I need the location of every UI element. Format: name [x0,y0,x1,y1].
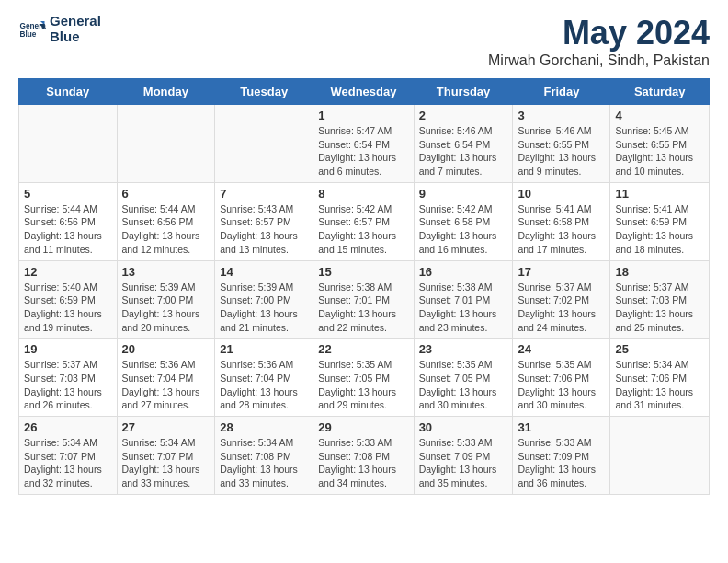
day-info: Sunrise: 5:36 AM Sunset: 7:04 PM Dayligh… [122,358,210,412]
day-number: 9 [419,187,508,201]
day-info: Sunrise: 5:37 AM Sunset: 7:03 PM Dayligh… [615,281,704,335]
col-sunday: Sunday [19,79,118,105]
day-info: Sunrise: 5:37 AM Sunset: 7:02 PM Dayligh… [518,281,605,335]
calendar-cell [117,105,215,183]
header-row: Sunday Monday Tuesday Wednesday Thursday… [19,79,710,105]
calendar-cell: 8Sunrise: 5:42 AM Sunset: 6:57 PM Daylig… [313,182,414,260]
day-info: Sunrise: 5:34 AM Sunset: 7:07 PM Dayligh… [24,436,112,490]
day-info: Sunrise: 5:37 AM Sunset: 7:03 PM Dayligh… [24,358,112,412]
day-number: 21 [220,342,308,356]
day-info: Sunrise: 5:39 AM Sunset: 7:00 PM Dayligh… [122,281,210,335]
calendar-cell: 16Sunrise: 5:38 AM Sunset: 7:01 PM Dayli… [414,260,513,339]
calendar-cell: 27Sunrise: 5:34 AM Sunset: 7:07 PM Dayli… [117,417,215,495]
day-number: 22 [318,342,408,356]
calendar-cell: 23Sunrise: 5:35 AM Sunset: 7:05 PM Dayli… [414,339,513,417]
calendar-cell: 17Sunrise: 5:37 AM Sunset: 7:02 PM Dayli… [513,260,610,339]
calendar-cell: 5Sunrise: 5:44 AM Sunset: 6:56 PM Daylig… [19,182,118,260]
calendar-cell: 11Sunrise: 5:41 AM Sunset: 6:59 PM Dayli… [610,182,710,260]
day-number: 24 [518,342,605,356]
day-info: Sunrise: 5:40 AM Sunset: 6:59 PM Dayligh… [24,281,112,335]
calendar-cell: 19Sunrise: 5:37 AM Sunset: 7:03 PM Dayli… [19,339,118,417]
day-number: 16 [419,265,508,279]
title-block: May 2024 Mirwah Gorchani, Sindh, Pakista… [488,14,710,69]
day-info: Sunrise: 5:33 AM Sunset: 7:08 PM Dayligh… [318,436,408,490]
day-number: 26 [24,420,112,434]
location-subtitle: Mirwah Gorchani, Sindh, Pakistan [488,52,710,69]
month-title: May 2024 [488,14,710,52]
day-info: Sunrise: 5:42 AM Sunset: 6:57 PM Dayligh… [318,202,408,257]
day-number: 2 [419,109,508,122]
calendar-cell: 1Sunrise: 5:47 AM Sunset: 6:54 PM Daylig… [313,105,414,183]
logo: General Blue General Blue [18,14,101,44]
col-saturday: Saturday [610,79,710,105]
day-number: 4 [615,109,704,122]
day-info: Sunrise: 5:35 AM Sunset: 7:05 PM Dayligh… [318,358,408,412]
calendar-cell: 18Sunrise: 5:37 AM Sunset: 7:03 PM Dayli… [610,260,710,339]
day-info: Sunrise: 5:33 AM Sunset: 7:09 PM Dayligh… [419,436,508,490]
calendar-week-2: 5Sunrise: 5:44 AM Sunset: 6:56 PM Daylig… [19,182,710,260]
day-number: 10 [518,187,605,201]
calendar-cell: 21Sunrise: 5:36 AM Sunset: 7:04 PM Dayli… [215,339,313,417]
day-info: Sunrise: 5:34 AM Sunset: 7:08 PM Dayligh… [220,436,308,490]
day-info: Sunrise: 5:46 AM Sunset: 6:54 PM Dayligh… [419,124,508,178]
calendar-cell [19,105,118,183]
calendar-cell [215,105,313,183]
day-number: 17 [518,265,605,279]
day-number: 20 [122,342,210,356]
day-number: 14 [220,265,308,279]
col-tuesday: Tuesday [215,79,313,105]
header: General Blue General Blue May 2024 Mirwa… [18,14,710,69]
calendar-cell: 9Sunrise: 5:42 AM Sunset: 6:58 PM Daylig… [414,182,513,260]
calendar-body: 1Sunrise: 5:47 AM Sunset: 6:54 PM Daylig… [19,105,710,495]
day-info: Sunrise: 5:36 AM Sunset: 7:04 PM Dayligh… [220,358,308,412]
day-info: Sunrise: 5:44 AM Sunset: 6:56 PM Dayligh… [24,202,112,257]
calendar-cell: 30Sunrise: 5:33 AM Sunset: 7:09 PM Dayli… [414,417,513,495]
day-number: 13 [122,265,210,279]
day-number: 6 [122,187,210,201]
day-info: Sunrise: 5:47 AM Sunset: 6:54 PM Dayligh… [318,124,408,178]
day-number: 18 [615,265,704,279]
day-number: 27 [122,420,210,434]
calendar-cell: 13Sunrise: 5:39 AM Sunset: 7:00 PM Dayli… [117,260,215,339]
calendar-cell: 20Sunrise: 5:36 AM Sunset: 7:04 PM Dayli… [117,339,215,417]
calendar-week-5: 26Sunrise: 5:34 AM Sunset: 7:07 PM Dayli… [19,417,710,495]
day-number: 25 [615,342,704,356]
svg-text:Blue: Blue [20,29,37,38]
calendar-week-3: 12Sunrise: 5:40 AM Sunset: 6:59 PM Dayli… [19,260,710,339]
day-number: 1 [318,109,408,122]
day-info: Sunrise: 5:42 AM Sunset: 6:58 PM Dayligh… [419,202,508,257]
calendar-cell: 14Sunrise: 5:39 AM Sunset: 7:00 PM Dayli… [215,260,313,339]
day-info: Sunrise: 5:44 AM Sunset: 6:56 PM Dayligh… [122,202,210,257]
calendar-cell: 29Sunrise: 5:33 AM Sunset: 7:08 PM Dayli… [313,417,414,495]
calendar-cell: 10Sunrise: 5:41 AM Sunset: 6:58 PM Dayli… [513,182,610,260]
col-thursday: Thursday [414,79,513,105]
logo-icon: General Blue [18,16,46,43]
day-info: Sunrise: 5:38 AM Sunset: 7:01 PM Dayligh… [419,281,508,335]
day-info: Sunrise: 5:35 AM Sunset: 7:05 PM Dayligh… [419,358,508,412]
calendar-cell: 31Sunrise: 5:33 AM Sunset: 7:09 PM Dayli… [513,417,610,495]
day-info: Sunrise: 5:43 AM Sunset: 6:57 PM Dayligh… [220,202,308,257]
calendar-cell: 22Sunrise: 5:35 AM Sunset: 7:05 PM Dayli… [313,339,414,417]
day-number: 3 [518,109,605,122]
day-number: 31 [518,420,605,434]
day-number: 11 [615,187,704,201]
calendar-cell: 12Sunrise: 5:40 AM Sunset: 6:59 PM Dayli… [19,260,118,339]
logo-text: General Blue [50,14,101,44]
day-number: 8 [318,187,408,201]
day-number: 28 [220,420,308,434]
col-friday: Friday [513,79,610,105]
day-info: Sunrise: 5:41 AM Sunset: 6:58 PM Dayligh… [518,202,605,257]
day-info: Sunrise: 5:38 AM Sunset: 7:01 PM Dayligh… [318,281,408,335]
day-number: 23 [419,342,508,356]
calendar-cell: 3Sunrise: 5:46 AM Sunset: 6:55 PM Daylig… [513,105,610,183]
day-number: 12 [24,265,112,279]
col-monday: Monday [117,79,215,105]
calendar-table: Sunday Monday Tuesday Wednesday Thursday… [18,78,710,495]
day-info: Sunrise: 5:35 AM Sunset: 7:06 PM Dayligh… [518,358,605,412]
day-info: Sunrise: 5:45 AM Sunset: 6:55 PM Dayligh… [615,124,704,178]
day-info: Sunrise: 5:33 AM Sunset: 7:09 PM Dayligh… [518,436,605,490]
day-info: Sunrise: 5:39 AM Sunset: 7:00 PM Dayligh… [220,281,308,335]
day-number: 7 [220,187,308,201]
calendar-cell: 28Sunrise: 5:34 AM Sunset: 7:08 PM Dayli… [215,417,313,495]
calendar-cell [610,417,710,495]
